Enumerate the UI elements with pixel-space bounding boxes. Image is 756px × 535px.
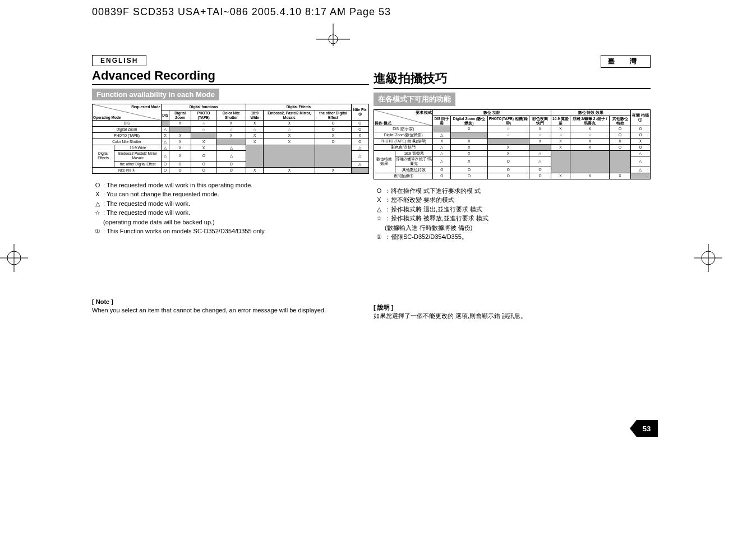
table-row: Color Nite Shutter△XXXXOO xyxy=(93,139,369,145)
table-row: PHOTO (TAPE) 相 眞(錄帶)XXXXXXX xyxy=(374,138,651,144)
subtitle-en: Function availability in each Mode xyxy=(92,89,219,100)
column-chinese: 臺 灣 進級拍攝技巧 在各模式下可用的功能 要求 模式 操作 模式 數位 功能 … xyxy=(374,55,651,320)
table-row: Digital Zoom(數位變焦)△☆☆☆☆OO xyxy=(374,132,651,139)
subtitle-zh: 在各模式下可用的功能 xyxy=(374,93,455,106)
function-table-en: Requested Mode Operating Mode Digital fu… xyxy=(92,104,369,174)
legend-en: O: The requested mode will work in this … xyxy=(92,181,369,236)
table-row: DISX☆XXXOO xyxy=(93,121,369,127)
table-row: 數位特效效果16:9 寬螢幕△XX△△ xyxy=(374,150,651,156)
registration-mark-left xyxy=(0,244,28,272)
svg-line-9 xyxy=(93,104,161,120)
legend-zh: O：將在操作模 式下進行要求的模 式 X：您不能改變 要求的模式 △：操作模式將… xyxy=(374,186,651,242)
table-row: DIS (防手震)X☆XXXOO xyxy=(374,126,651,132)
table-row: 夜間拍攝①OOOOXXX xyxy=(374,173,651,179)
title-en: Advanced Recording xyxy=(92,68,369,85)
lang-label-en: ENGLISH xyxy=(92,55,146,66)
svg-line-10 xyxy=(374,110,432,126)
lang-label-zh: 臺 灣 xyxy=(601,55,651,68)
registration-mark-top xyxy=(316,24,350,46)
table-row: Nite Pix ①OOOOXXX xyxy=(93,167,369,173)
svg-text:53: 53 xyxy=(643,425,651,433)
page-number-badge: 53 xyxy=(630,420,658,437)
table-row: Digital Effects16:9 Wide△XX△△ xyxy=(93,145,369,151)
note-en: [ Note ] When you select an item that ca… xyxy=(92,298,369,315)
table-row: 彩色夜間 快門△XXXXOO xyxy=(374,144,651,150)
column-english: ENGLISH Advanced Recording Function avai… xyxy=(92,55,369,320)
print-header: 00839F SCD353 USA+TAI~086 2005.4.10 8:17… xyxy=(92,3,664,21)
function-table-zh: 要求 模式 操作 模式 數位 功能 數位 特效 效果 夜間 拍攝 ① DIS 防… xyxy=(374,109,651,179)
registration-mark-right xyxy=(694,244,722,272)
table-row: Digital Zoom△☆☆☆☆OO xyxy=(93,127,369,133)
table-row: PHOTO (TAPE)XXXXXXX xyxy=(93,132,369,139)
note-zh: [ 說明 ] 如果您選擇了一個不能更改的 選項,則會顯示錯 誤訊息。 xyxy=(374,303,651,321)
title-zh: 進級拍攝技巧 xyxy=(374,70,651,89)
